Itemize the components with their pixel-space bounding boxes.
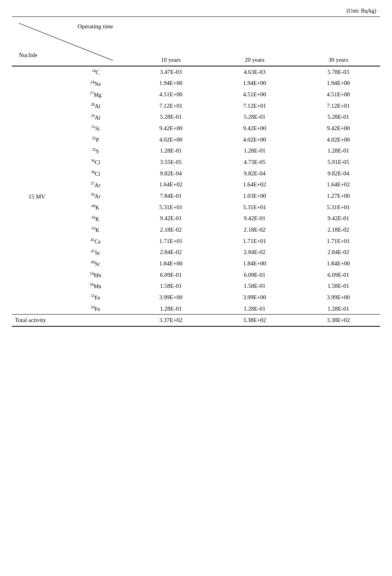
nuclide-cell: 35S [62, 145, 129, 157]
table-row: 15 MV39Ar7.84E-011.03E+001.27E+00 [12, 190, 380, 202]
value-cell-v10: 7.84E-01 [129, 190, 212, 202]
value-cell-v10: 1.28E-01 [129, 145, 212, 157]
value-cell-v30: 6.09E-01 [297, 269, 380, 281]
value-cell-v20: 4.73E-05 [213, 156, 297, 168]
value-cell-v10: 2.18E-02 [129, 224, 212, 236]
nuclide-cell: 37Ar [62, 179, 129, 191]
header-energy-nuclide: Operating time Nuclide [12, 17, 129, 66]
value-cell-v20: 4.63E-03 [213, 66, 297, 78]
energy-cell: 15 MV [12, 190, 62, 315]
table-row: 14C3.47E-034.63E-035.78E-03 [12, 66, 380, 78]
nuclide-cell: 28Al [62, 100, 129, 112]
value-cell-v30: 9.82E-04 [297, 168, 380, 179]
nuclide-cell: 59Fe [62, 303, 129, 315]
energy-cell-empty [12, 112, 62, 123]
table-row: 32P4.02E+004.02E+004.02E+00 [12, 134, 380, 145]
value-cell-v30: 3.99E+00 [297, 292, 380, 303]
header-10yr: 10 years [129, 17, 212, 66]
value-cell-v30: 2.18E-02 [297, 224, 380, 236]
nuclide-cell: 38Cl [62, 168, 129, 179]
value-cell-v10: 9.42E+00 [129, 123, 212, 134]
table-row: 47Sc2.84E-022.84E-022.84E-02 [12, 247, 380, 258]
nuclide-cell: 54Mn [62, 269, 129, 281]
value-cell-v10: 6.09E-01 [129, 269, 212, 281]
table-row: 40K5.31E+015.31E+015.31E+01 [12, 202, 380, 213]
table-row: 56Mn1.58E-011.58E-011.58E-01 [12, 280, 380, 292]
nuclide-cell: 40K [62, 202, 129, 213]
table-row: 29Al5.28E-015.28E-015.28E-01 [12, 112, 380, 123]
value-cell-v30: 1.84E+00 [297, 258, 380, 269]
table-row: 31Si9.42E+009.42E+009.42E+00 [12, 123, 380, 134]
value-cell-v10: 4.51E+00 [129, 89, 212, 100]
value-cell-v30: 9.42E+00 [297, 123, 380, 134]
table-row: 24Na1.94E+001.94E+001.94E+00 [12, 78, 380, 89]
table-row: 36Cl3.55E-054.73E-055.91E-05 [12, 156, 380, 168]
value-cell-v20: 5.28E-01 [213, 112, 297, 123]
nuclide-cell: 42K [62, 213, 129, 225]
value-cell-v30: 5.78E-03 [297, 66, 380, 78]
value-cell-v30: 1.58E-01 [297, 280, 380, 292]
nuclide-cell: 49Sc [62, 258, 129, 269]
value-cell-v20: 4.02E+00 [213, 134, 297, 145]
value-cell-v20: 6.09E-01 [213, 269, 297, 281]
nuclide-cell: 47Sc [62, 247, 129, 258]
total-value-v20: 3.38E+02 [213, 315, 297, 327]
nuclide-cell: 24Na [62, 78, 129, 89]
value-cell-v30: 1.28E-01 [297, 145, 380, 157]
table-row: 43K2.18E-022.18E-022.18E-02 [12, 224, 380, 236]
value-cell-v30: 4.02E+00 [297, 134, 380, 145]
value-cell-v30: 1.64E+02 [297, 179, 380, 191]
value-cell-v30: 1.94E+00 [297, 78, 380, 89]
value-cell-v20: 7.12E+01 [213, 100, 297, 112]
total-row: Total activity3.37E+023.38E+023.38E+02 [12, 315, 380, 327]
header-nuclide-label: Nuclide [19, 52, 37, 59]
main-table: Operating time Nuclide 10 years 20 years… [12, 17, 380, 327]
energy-cell-empty [12, 89, 62, 100]
value-cell-v20: 1.03E+00 [213, 190, 297, 202]
value-cell-v10: 1.71E+01 [129, 236, 212, 247]
table-row: 37Ar1.64E+021.64E+021.64E+02 [12, 179, 380, 191]
value-cell-v20: 1.94E+00 [213, 78, 297, 89]
value-cell-v20: 1.84E+00 [213, 258, 297, 269]
nuclide-cell: 27Mg [62, 89, 129, 100]
energy-cell-empty [12, 66, 62, 78]
energy-cell-empty [12, 145, 62, 157]
total-value-v10: 3.37E+02 [129, 315, 212, 327]
value-cell-v30: 4.51E+00 [297, 89, 380, 100]
energy-cell-empty [12, 123, 62, 134]
unit-label: (Unit: Bq/kg) [12, 8, 380, 14]
nuclide-cell: 39Ar [62, 190, 129, 202]
table-row: 28Al7.12E+017.12E+017.12E+01 [12, 100, 380, 112]
table-row: 27Mg4.51E+004.51E+004.51E+00 [12, 89, 380, 100]
energy-cell-empty [12, 156, 62, 168]
value-cell-v20: 1.28E-01 [213, 145, 297, 157]
value-cell-v20: 9.82E-04 [213, 168, 297, 179]
nuclide-cell: 29Al [62, 112, 129, 123]
nuclide-cell: 45Ca [62, 236, 129, 247]
nuclide-cell: 55Fe [62, 292, 129, 303]
value-cell-v30: 5.28E-01 [297, 112, 380, 123]
value-cell-v20: 9.42E-01 [213, 213, 297, 225]
header-operating-time: Operating time [78, 23, 113, 30]
value-cell-v10: 3.55E-05 [129, 156, 212, 168]
energy-cell-empty [12, 100, 62, 112]
value-cell-v10: 4.02E+00 [129, 134, 212, 145]
total-value-v30: 3.38E+02 [297, 315, 380, 327]
value-cell-v20: 1.58E-01 [213, 280, 297, 292]
total-label: Total activity [12, 315, 129, 327]
energy-cell-empty [12, 134, 62, 145]
value-cell-v20: 4.51E+00 [213, 89, 297, 100]
header-30yr: 30 years [297, 17, 380, 66]
value-cell-v10: 1.28E-01 [129, 303, 212, 315]
energy-cell-empty [12, 78, 62, 89]
table-row: 49Sc1.84E+001.84E+001.84E+00 [12, 258, 380, 269]
value-cell-v30: 1.71E+01 [297, 236, 380, 247]
value-cell-v20: 3.99E+00 [213, 292, 297, 303]
nuclide-cell: 31Si [62, 123, 129, 134]
nuclide-cell: 36Cl [62, 156, 129, 168]
value-cell-v10: 9.82E-04 [129, 168, 212, 179]
value-cell-v10: 9.42E-01 [129, 213, 212, 225]
energy-cell-empty [12, 168, 62, 179]
value-cell-v10: 7.12E+01 [129, 100, 212, 112]
value-cell-v20: 2.18E-02 [213, 224, 297, 236]
